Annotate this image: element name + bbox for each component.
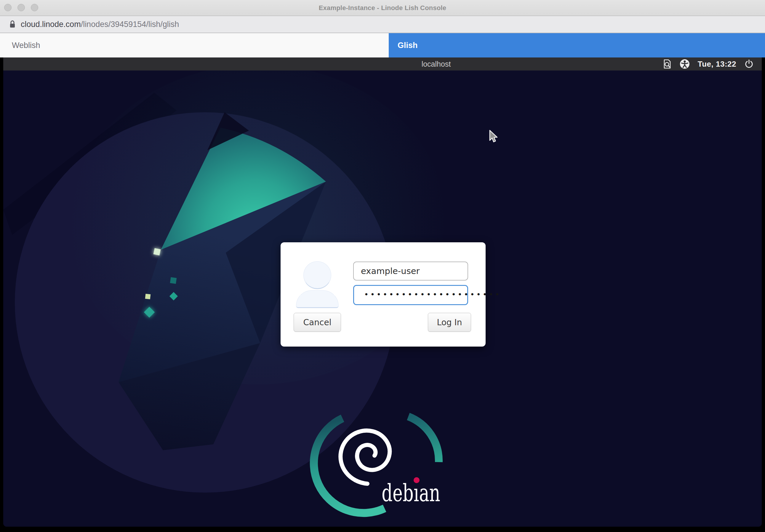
username-field[interactable]: example-user [353, 262, 468, 280]
url-text[interactable]: cloud.linode.com/linodes/39459154/lish/g… [21, 20, 179, 29]
window-title: Example-Instance - Linode Lish Console [0, 0, 765, 16]
tab-weblish[interactable]: Weblish [0, 33, 389, 58]
username-value: example-user [361, 266, 420, 276]
login-dialog: example-user •••••••••••••••••••••• Canc… [281, 242, 485, 346]
screen-reader-icon[interactable] [663, 59, 672, 69]
password-mask: •••••••••••••••••••••• [364, 291, 501, 298]
cancel-button[interactable]: Cancel [294, 313, 341, 332]
gnome-top-bar: localhost [3, 58, 762, 71]
lish-tabbar: Weblish Glish [0, 33, 765, 58]
titlebar: Example-Instance - Linode Lish Console [0, 0, 765, 16]
debian-red-dot [413, 477, 419, 483]
log-in-button-label: Log In [437, 317, 462, 327]
topbar-status-icons: Tue, 13:22 [663, 58, 754, 71]
clock-label: Tue, 13:22 [698, 60, 736, 69]
hostname-label: localhost [421, 58, 451, 71]
mouse-cursor [489, 130, 499, 145]
cancel-button-label: Cancel [304, 317, 332, 327]
url-host: cloud.linode.com [21, 20, 81, 29]
power-icon[interactable] [744, 59, 754, 69]
url-path: /linodes/39459154/lish/glish [81, 20, 179, 29]
address-bar[interactable]: cloud.linode.com/linodes/39459154/lish/g… [0, 16, 765, 33]
remote-screen: localhost [3, 58, 762, 527]
password-field[interactable]: •••••••••••••••••••••• [353, 285, 468, 305]
tab-glish[interactable]: Glish [389, 33, 765, 58]
glish-content: localhost [0, 58, 765, 532]
tab-weblish-label: Weblish [12, 41, 40, 50]
browser-window: Example-Instance - Linode Lish Console c… [0, 0, 765, 532]
accessibility-icon[interactable] [679, 59, 690, 69]
debian-wordmark: debıan [382, 479, 440, 507]
tab-glish-label: Glish [397, 41, 418, 50]
lock-icon [9, 20, 16, 29]
log-in-button[interactable]: Log In [428, 313, 471, 332]
